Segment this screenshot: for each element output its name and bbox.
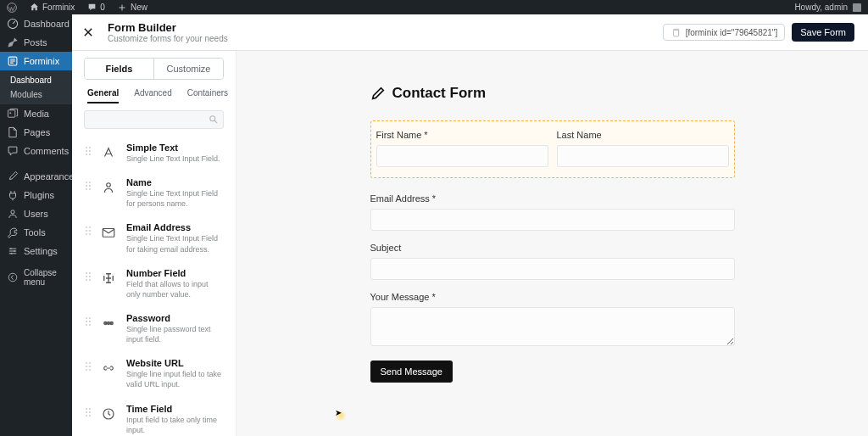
- comments-link[interactable]: 0: [86, 3, 105, 13]
- tools-icon: [7, 226, 19, 238]
- wordpress-icon: [7, 3, 17, 13]
- copy-icon: [670, 27, 681, 37]
- forminix-icon: [7, 55, 19, 67]
- field-item-simple-text[interactable]: Simple Text Single Line Text Input Field…: [84, 137, 224, 172]
- wp-admin-bar: Forminix 0 New Howdy, admin: [0, 0, 868, 14]
- tab-fields[interactable]: Fields: [85, 59, 153, 79]
- drag-handle-icon[interactable]: [86, 147, 91, 155]
- field-type-icon: [99, 314, 118, 333]
- sidebar-item-forminix[interactable]: Forminix: [0, 52, 72, 70]
- subtab-advanced[interactable]: Advanced: [134, 88, 171, 103]
- avatar[interactable]: [853, 3, 861, 12]
- sidebar-item-appearance[interactable]: Appearance: [0, 167, 72, 186]
- last-name-label: Last Name: [557, 130, 729, 140]
- sidebar-item-users[interactable]: Users: [0, 204, 72, 223]
- field-desc: Single Line Text Input Field for taking …: [126, 233, 222, 254]
- field-item-number-field[interactable]: Number Field Field that allows to input …: [84, 263, 224, 308]
- field-label: Password: [126, 313, 222, 323]
- field-item-email-address[interactable]: Email Address Single Line Text Input Fie…: [84, 217, 224, 262]
- sidebar-label: Appearance: [24, 171, 74, 182]
- sidebar-label: Plugins: [24, 190, 54, 200]
- field-desc: Field that allows to input only number v…: [126, 279, 222, 299]
- email-input[interactable]: [370, 209, 735, 231]
- form-title-row: Contact Form: [370, 85, 735, 102]
- name-field-group[interactable]: First Name * Last Name: [370, 120, 735, 178]
- field-item-website-url[interactable]: Website URL Single line input field to t…: [84, 353, 224, 398]
- svg-point-4: [9, 112, 11, 114]
- sidebar-item-plugins[interactable]: Plugins: [0, 186, 72, 204]
- tab-customize[interactable]: Customize: [153, 59, 223, 79]
- sidebar-label: Dashboard: [24, 19, 70, 29]
- sidebar-item-posts[interactable]: Posts: [0, 33, 72, 52]
- first-name-label: First Name *: [376, 130, 548, 140]
- svg-point-5: [11, 210, 14, 214]
- plugin-icon: [7, 189, 19, 201]
- sidebar-item-media[interactable]: Media: [0, 104, 72, 123]
- field-item-password[interactable]: Password Single line password text input…: [84, 308, 224, 353]
- sidebar-item-dashboard[interactable]: Dashboard: [0, 14, 72, 33]
- svg-point-7: [14, 250, 15, 252]
- field-list: Simple Text Single Line Text Input Field…: [84, 137, 224, 436]
- shortcode-box[interactable]: [forminix id="79645821"]: [663, 24, 786, 41]
- field-label: Time Field: [126, 404, 222, 414]
- field-label: Number Field: [126, 268, 222, 278]
- panel-tabs: Fields Customize: [84, 58, 224, 80]
- form-canvas: Contact Form First Name * Last Name Emai…: [236, 51, 868, 436]
- sidebar-label: Posts: [24, 37, 47, 48]
- sidebar-item-settings[interactable]: Settings: [0, 242, 72, 260]
- message-textarea[interactable]: [370, 307, 735, 346]
- field-desc: Input field to take only time input.: [126, 415, 222, 435]
- brush-icon: [7, 170, 19, 182]
- email-label: Email Address *: [370, 193, 735, 204]
- last-name-input[interactable]: [557, 145, 729, 167]
- search-input[interactable]: [84, 110, 224, 129]
- fields-panel: Fields Customize General Advanced Contai…: [72, 51, 236, 436]
- home-icon: [29, 3, 39, 13]
- drag-handle-icon[interactable]: [86, 182, 91, 190]
- drag-handle-icon[interactable]: [86, 408, 91, 416]
- field-label: Simple Text: [126, 143, 222, 153]
- subtab-containers[interactable]: Containers: [187, 88, 228, 103]
- sidebar-item-pages[interactable]: Pages: [0, 123, 72, 142]
- media-icon: [7, 108, 19, 120]
- drag-handle-icon[interactable]: [86, 226, 91, 235]
- field-desc: Single Line Text Input Field for persons…: [126, 188, 222, 209]
- drag-handle-icon[interactable]: [86, 272, 91, 281]
- field-type-icon: [99, 269, 118, 288]
- submenu-dashboard[interactable]: Dashboard: [0, 73, 72, 87]
- sidebar-item-comments[interactable]: Comments: [0, 142, 72, 160]
- main: Form Builder Customize forms for your ne…: [72, 14, 868, 436]
- sidebar-label: Forminix: [24, 56, 59, 66]
- close-button[interactable]: [81, 25, 96, 40]
- field-type-icon: [99, 223, 118, 242]
- edit-icon[interactable]: [370, 86, 386, 101]
- comment-icon: [86, 3, 97, 13]
- save-form-button[interactable]: Save Form: [792, 23, 854, 42]
- howdy[interactable]: Howdy, admin: [794, 3, 848, 12]
- sidebar-item-tools[interactable]: Tools: [0, 223, 72, 242]
- svg-point-9: [8, 273, 17, 282]
- page-subtitle: Customize forms for your needs: [108, 34, 228, 43]
- field-item-name[interactable]: Name Single Line Text Input Field for pe…: [84, 172, 224, 217]
- subtab-general[interactable]: General: [87, 88, 119, 103]
- site-link[interactable]: Forminix: [29, 3, 75, 13]
- close-icon: [82, 26, 94, 38]
- sidebar-label: Media: [24, 109, 49, 119]
- field-label: Website URL: [126, 358, 222, 368]
- subject-input[interactable]: [370, 258, 735, 280]
- submit-button[interactable]: Send Message: [370, 361, 453, 383]
- field-item-time-field[interactable]: Time Field Input field to take only time…: [84, 399, 224, 436]
- drag-handle-icon[interactable]: [86, 317, 91, 326]
- field-type-icon: [99, 359, 118, 377]
- submenu-modules[interactable]: Modules: [0, 87, 72, 102]
- settings-icon: [7, 245, 19, 257]
- collapse-menu[interactable]: Collapse menu: [0, 264, 72, 291]
- first-name-input[interactable]: [376, 145, 548, 167]
- forminix-submenu: Dashboard Modules: [0, 70, 72, 104]
- wp-logo[interactable]: [7, 3, 17, 13]
- drag-handle-icon[interactable]: [86, 362, 91, 371]
- field-type-icon: [99, 405, 118, 423]
- svg-point-12: [107, 183, 111, 187]
- new-label: New: [131, 3, 147, 12]
- new-content[interactable]: New: [117, 3, 147, 13]
